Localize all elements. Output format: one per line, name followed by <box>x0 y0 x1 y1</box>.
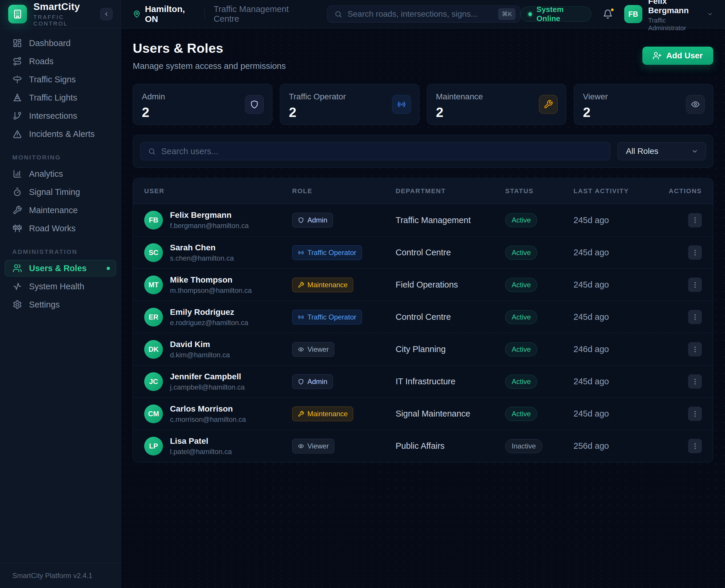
system-status-badge[interactable]: System Online <box>520 6 591 22</box>
row-actions-button[interactable] <box>688 406 702 421</box>
actions-cell <box>659 406 702 421</box>
status-badge: Active <box>505 246 537 260</box>
user-info: Felix Bergmannf.bergmann@hamilton.ca <box>170 210 249 230</box>
sidebar-item-label: Intersections <box>29 111 77 121</box>
ellipsis-vertical-icon <box>691 313 699 321</box>
actions-cell <box>659 278 702 292</box>
department-cell: Signal Maintenance <box>396 409 505 419</box>
row-actions-button[interactable] <box>688 439 702 453</box>
last-activity-cell: 245d ago <box>574 280 659 290</box>
global-search: ⌘K <box>327 5 520 23</box>
ellipsis-vertical-icon <box>691 345 699 353</box>
map-pin-icon <box>133 10 141 19</box>
sidebar-item-incidents-alerts[interactable]: Incidents & Alerts <box>5 126 116 142</box>
last-activity-cell: 245d ago <box>574 215 659 225</box>
actions-cell <box>659 245 702 260</box>
shield-icon <box>250 100 259 109</box>
sidebar-item-intersections[interactable]: Intersections <box>5 108 116 124</box>
user-name: David Kim <box>170 340 230 349</box>
sidebar-item-traffic-lights[interactable]: Traffic Lights <box>5 89 116 106</box>
role-badge: Viewer <box>292 439 334 454</box>
user-cell: JCJennifer Campbellj.campbell@hamilton.c… <box>144 372 292 391</box>
status-cell: Inactive <box>505 439 574 453</box>
sidebar-item-dashboard[interactable]: Dashboard <box>5 35 116 51</box>
sidebar-item-label: Analytics <box>29 169 63 179</box>
role-cell: Traffic Operator <box>292 310 396 324</box>
status-badge: Active <box>505 310 537 324</box>
role-cell: Admin <box>292 374 396 389</box>
branch-icon <box>13 111 22 121</box>
add-user-label: Add User <box>666 51 703 60</box>
sidebar-item-road-works[interactable]: Road Works <box>5 220 116 236</box>
stat-card-admin: Admin2 <box>133 84 272 125</box>
row-actions-button[interactable] <box>688 342 702 356</box>
actions-cell <box>659 374 702 389</box>
sidebar-item-settings[interactable]: Settings <box>5 296 116 313</box>
avatar: DK <box>144 340 163 359</box>
row-actions-button[interactable] <box>688 310 702 324</box>
eye-icon <box>691 100 700 109</box>
add-user-button[interactable]: Add User <box>642 47 713 65</box>
sidebar-item-signal-timing[interactable]: Signal Timing <box>5 184 116 200</box>
search-icon <box>148 147 156 155</box>
role-filter-value: All Roles <box>626 147 658 156</box>
user-menu[interactable]: FB Felix Bergmann Traffic Administrator <box>624 0 713 32</box>
avatar: CM <box>144 404 163 423</box>
sidebar-item-label: Road Works <box>29 224 76 233</box>
department-cell: IT Infrastructure <box>396 377 505 386</box>
role-badge: Maintenance <box>292 278 353 292</box>
notifications-button[interactable] <box>602 9 613 19</box>
row-actions-button[interactable] <box>688 213 702 228</box>
sidebar-item-label: System Health <box>29 282 84 291</box>
notification-dot <box>610 8 615 12</box>
role-stat-cards: Admin2Traffic Operator2Maintenance2Viewe… <box>133 84 713 125</box>
sidebar-item-users-roles[interactable]: Users & Roles <box>5 260 116 276</box>
role-cell: Maintenance <box>292 278 396 292</box>
table-row: JCJennifer Campbellj.campbell@hamilton.c… <box>133 365 713 397</box>
row-actions-button[interactable] <box>688 278 702 292</box>
actions-cell <box>659 342 702 356</box>
search-icon <box>334 10 342 18</box>
timer-icon <box>13 187 22 197</box>
row-actions-button[interactable] <box>688 245 702 260</box>
user-info: Carlos Morrisonc.morrison@hamilton.ca <box>170 404 246 424</box>
sidebar-item-system-health[interactable]: System Health <box>5 278 116 295</box>
role-cell: Admin <box>292 213 396 228</box>
last-activity-cell: 245d ago <box>574 312 659 322</box>
sidebar-item-traffic-signs[interactable]: Traffic Signs <box>5 71 116 88</box>
role-badge: Traffic Operator <box>292 245 362 260</box>
sidebar-item-analytics[interactable]: Analytics <box>5 166 116 182</box>
ellipsis-vertical-icon <box>691 249 699 256</box>
users-table: USERROLEDEPARTMENTSTATUSLAST ACTIVITYACT… <box>133 178 713 462</box>
cone-icon <box>13 93 22 102</box>
role-cell: Viewer <box>292 439 396 454</box>
role-filter-select[interactable]: All Roles <box>617 142 706 160</box>
user-name: Emily Rodriguez <box>170 308 248 317</box>
shortcut-badge: ⌘K <box>498 8 515 20</box>
table-row: FBFelix Bergmannf.bergmann@hamilton.caAd… <box>133 204 713 236</box>
table-body: FBFelix Bergmannf.bergmann@hamilton.caAd… <box>133 204 713 462</box>
avatar: MT <box>144 275 163 294</box>
row-actions-button[interactable] <box>688 374 702 389</box>
table-header-cell: LAST ACTIVITY <box>574 187 659 195</box>
centre-subtitle: Traffic Management Centre <box>214 4 308 24</box>
department-cell: Field Operations <box>396 280 505 290</box>
brand-tagline: TRAFFIC CONTROL <box>34 14 100 27</box>
last-activity-cell: 245d ago <box>574 377 659 386</box>
user-email: j.campbell@hamilton.ca <box>170 383 245 391</box>
global-search-input[interactable] <box>347 9 498 19</box>
avatar: LP <box>144 437 163 456</box>
role-label: Maintenance <box>307 410 347 418</box>
role-label: Traffic Operator <box>307 313 356 321</box>
actions-cell <box>659 213 702 228</box>
department-cell: Control Centre <box>396 312 505 322</box>
location: Hamilton, ON <box>133 4 196 24</box>
last-activity-cell: 246d ago <box>574 344 659 354</box>
sidebar-item-roads[interactable]: Roads <box>5 53 116 69</box>
stat-icon-box <box>245 95 264 114</box>
sidebar-collapse-button[interactable] <box>100 8 112 20</box>
users-search <box>140 142 611 160</box>
sidebar-item-maintenance[interactable]: Maintenance <box>5 202 116 218</box>
users-search-input[interactable] <box>161 147 602 156</box>
table-row: MTMike Thompsonm.thompson@hamilton.caMai… <box>133 269 713 301</box>
